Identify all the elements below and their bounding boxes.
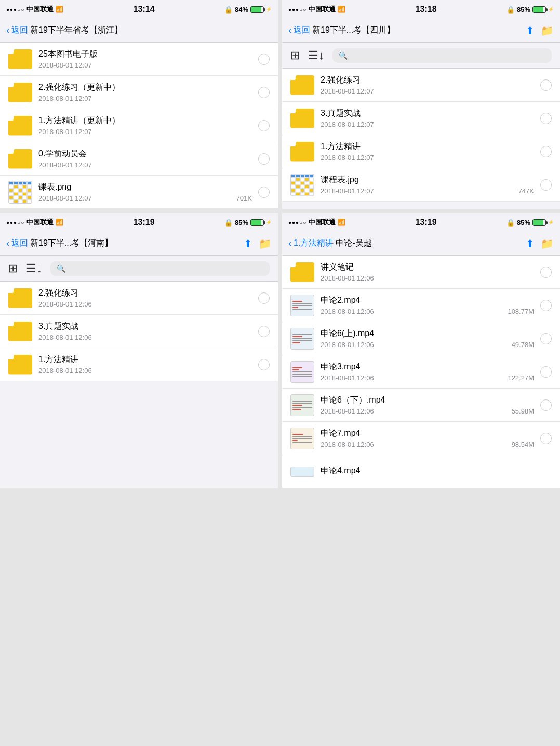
back-label[interactable]: 1.方法精讲: [294, 238, 334, 249]
file-info: 申论2.mp4 2018-08-01 12:06 108.77M: [321, 295, 534, 315]
file-meta: 2018-08-01 12:07: [38, 95, 252, 102]
back-label[interactable]: 返回: [11, 25, 28, 36]
nav-actions: ⬆ 📁: [526, 24, 554, 37]
folder-action-button[interactable]: 📁: [259, 237, 272, 250]
status-right: 🔒 85% ⚡: [506, 219, 554, 227]
file-select-circle[interactable]: [258, 120, 270, 131]
back-button[interactable]: ‹ 1.方法精讲: [288, 238, 334, 249]
search-bar[interactable]: 🔍: [50, 261, 270, 276]
list-item[interactable]: 申论4.mp4: [282, 455, 560, 488]
nav-title: 新19下半年省考【浙江】: [30, 25, 272, 36]
file-select-circle[interactable]: [540, 113, 552, 124]
add-folder-icon[interactable]: ⊞: [8, 262, 18, 275]
file-select-circle[interactable]: [258, 359, 270, 370]
folder-action-button[interactable]: 📁: [541, 24, 554, 37]
file-info: 讲义笔记 2018-08-01 12:06: [321, 262, 534, 282]
upload-button[interactable]: ⬆: [526, 237, 535, 250]
folder-icon: [8, 149, 32, 169]
list-item[interactable]: 申论7.mp4 2018-08-01 12:06 98.54M: [282, 422, 560, 455]
file-select-circle[interactable]: [540, 366, 552, 378]
list-item[interactable]: 讲义笔记 2018-08-01 12:06: [282, 256, 560, 289]
file-meta: 2018-08-01 12:07 701K: [38, 194, 252, 202]
list-item[interactable]: 课表.png 2018-08-01 12:07 701K: [0, 176, 278, 209]
file-info: 3.真题实战 2018-08-01 12:06: [38, 321, 252, 341]
lock-icon: 🔒: [506, 6, 515, 14]
list-item[interactable]: 25本图书电子版 2018-08-01 12:07: [0, 43, 278, 76]
wifi-icon: 📶: [338, 6, 345, 13]
file-name: 2.强化练习（更新中）: [38, 82, 252, 93]
file-info: 申论6(上).mp4 2018-08-01 12:06 49.78M: [321, 328, 534, 349]
video-thumbnail: [290, 328, 314, 349]
file-select-circle[interactable]: [540, 300, 552, 311]
list-item[interactable]: 0.学前动员会 2018-08-01 12:07: [0, 142, 278, 176]
list-item[interactable]: 3.真题实战 2018-08-01 12:07: [282, 102, 560, 135]
file-select-circle[interactable]: [540, 267, 552, 278]
file-date: 2018-08-01 12:06: [321, 374, 374, 382]
list-item[interactable]: 课程表.jpg 2018-08-01 12:07 747K: [282, 168, 560, 202]
file-select-circle[interactable]: [540, 179, 552, 191]
chevron-left-icon: ‹: [288, 25, 291, 36]
back-button[interactable]: ‹ 返回: [288, 25, 310, 36]
list-item[interactable]: 1.方法精讲 2018-08-01 12:06: [0, 348, 278, 381]
list-item[interactable]: 2.强化练习 2018-08-01 12:07: [282, 69, 560, 102]
list-item[interactable]: 申论3.mp4 2018-08-01 12:06 122.27M: [282, 355, 560, 389]
back-label[interactable]: 返回: [11, 238, 28, 249]
file-select-circle[interactable]: [258, 326, 270, 337]
wifi-icon: 📶: [56, 219, 63, 226]
folder-icon: [8, 354, 32, 375]
file-size: 108.77M: [508, 308, 534, 315]
list-item[interactable]: 3.真题实战 2018-08-01 12:06: [0, 315, 278, 348]
battery-icon: [250, 6, 264, 13]
file-select-circle[interactable]: [258, 87, 270, 98]
file-select-circle[interactable]: [258, 186, 270, 198]
file-info: 课程表.jpg 2018-08-01 12:07 747K: [321, 175, 534, 195]
folder-icon: [8, 115, 32, 136]
file-select-circle[interactable]: [540, 146, 552, 157]
file-select-circle[interactable]: [258, 292, 270, 304]
carrier-name: 中国联通: [309, 218, 336, 227]
upload-button[interactable]: ⬆: [244, 237, 252, 250]
signal-icon: ●●●○○: [288, 220, 306, 225]
file-select-circle[interactable]: [540, 79, 552, 91]
folder-action-button[interactable]: 📁: [541, 237, 554, 250]
file-select-circle[interactable]: [540, 333, 552, 344]
lock-icon: 🔒: [224, 6, 233, 14]
file-info: 1.方法精讲（更新中） 2018-08-01 12:07: [38, 115, 252, 136]
chevron-left-icon: ‹: [6, 238, 9, 249]
file-date: 2018-08-01 12:06: [38, 334, 92, 341]
file-info: 2.强化练习 2018-08-01 12:07: [321, 75, 534, 95]
file-select-circle[interactable]: [258, 153, 270, 165]
list-item[interactable]: 申论6(上).mp4 2018-08-01 12:06 49.78M: [282, 322, 560, 355]
file-date: 2018-08-01 12:06: [321, 441, 374, 448]
nav-bar-zhejiang: ‹ 返回 新19下半年省考【浙江】: [0, 19, 278, 43]
list-item[interactable]: 申论6（下）.mp4 2018-08-01 12:06 55.98M: [282, 389, 560, 422]
screen-grid: ●●●○○ 中国联通 📶 13:14 🔒 84% ⚡ ‹ 返回 新19下半年省考…: [0, 0, 560, 488]
list-item[interactable]: 1.方法精讲 2018-08-01 12:07: [282, 135, 560, 168]
status-right: 🔒 85% ⚡: [224, 219, 272, 227]
list-item[interactable]: 2.强化练习 2018-08-01 12:06: [0, 282, 278, 315]
back-label[interactable]: 返回: [294, 25, 310, 36]
add-folder-icon[interactable]: ⊞: [290, 49, 300, 62]
file-date: 2018-08-01 12:06: [321, 274, 374, 282]
list-item[interactable]: 申论2.mp4 2018-08-01 12:06 108.77M: [282, 289, 560, 322]
sort-icon[interactable]: ☰↓: [26, 262, 42, 275]
search-bar[interactable]: 🔍: [332, 48, 552, 63]
file-info: 申论7.mp4 2018-08-01 12:06 98.54M: [321, 428, 534, 448]
file-list-zhejiang: 25本图书电子版 2018-08-01 12:07 2.强化练习（更新中） 20…: [0, 43, 278, 209]
file-name: 申论4.mp4: [321, 465, 552, 476]
upload-button[interactable]: ⬆: [526, 24, 535, 37]
list-item[interactable]: 1.方法精讲（更新中） 2018-08-01 12:07: [0, 109, 278, 142]
carrier-name: 中国联通: [309, 5, 336, 14]
file-date: 2018-08-01 12:07: [38, 128, 92, 136]
battery-percent: 85%: [517, 6, 530, 14]
file-select-circle[interactable]: [258, 54, 270, 65]
file-select-circle[interactable]: [540, 433, 552, 444]
file-size: 122.27M: [508, 374, 534, 382]
file-select-circle[interactable]: [540, 399, 552, 411]
list-item[interactable]: 2.强化练习（更新中） 2018-08-01 12:07: [0, 76, 278, 109]
chevron-left-icon: ‹: [288, 238, 291, 249]
back-button[interactable]: ‹ 返回: [6, 25, 28, 36]
file-date: 2018-08-01 12:06: [321, 308, 374, 315]
back-button[interactable]: ‹ 返回: [6, 238, 28, 249]
sort-icon[interactable]: ☰↓: [308, 49, 324, 62]
